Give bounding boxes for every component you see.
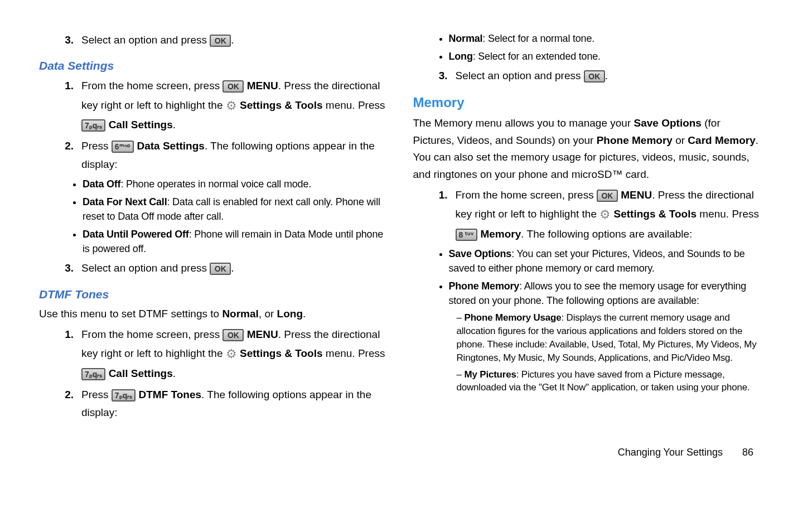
ds-bullet-list: Data Off: Phone operates in normal voice… [70,177,385,256]
b: Phone Memory [449,280,520,292]
key-7-icon: 7ₚqᵣₛ [81,119,105,132]
settings-tools-label: Settings & Tools [614,208,697,220]
text: Select an option and press [81,34,210,46]
dtmf-bullet-list: Normal: Select for a normal tone. Long: … [437,31,760,64]
page-number: 86 [726,447,753,458]
step-number: 3. [49,259,81,277]
text: Press [81,140,112,152]
ok-key-icon: OK [584,70,605,83]
sub-item: –Phone Memory Usage: Displays the curren… [457,311,760,364]
mem-bullet-list: Save Options: You can set your Pictures,… [437,246,760,308]
ok-key-icon: OK [210,35,231,47]
list-item: Data Off: Phone operates in normal voice… [83,177,385,191]
dt-step-2: 2. Press 7ₚqᵣₛ DTMF Tones. The following… [49,386,385,422]
step-3-top: 3. Select an option and press OK. [49,31,385,49]
t: The Memory menu allows you to manage you… [413,117,634,129]
step-number: 2. [49,137,81,173]
b: Phone Memory [597,134,673,146]
gear-icon [226,95,237,116]
text: . [173,119,176,130]
text: menu. Press [697,208,759,220]
b: Card Memory [688,134,755,146]
t: : Select for an extended tone. [473,51,601,62]
mem-step-1: 1. From the home screen, press OK MENU. … [423,186,760,243]
dtmf-intro: Use this menu to set DTMF settings to No… [39,306,385,322]
r-step-3: 3. Select an option and press OK. [423,67,760,85]
text: menu. Press [323,347,385,359]
list-item: Long: Select for an extended tone. [449,49,760,64]
step-number: 1. [49,326,81,383]
b: Save Options [634,117,702,129]
step-body: Press 7ₚqᵣₛ DTMF Tones. The following op… [81,386,385,422]
menu-label: MENU [621,189,652,201]
t: . [303,308,306,320]
footer-title: Changing Your Settings [618,447,723,458]
ok-key-icon: OK [210,263,231,275]
text: menu. Press [323,99,385,110]
t: Use this menu to set DTMF settings to [39,308,222,320]
dash-icon: – [457,368,465,381]
b: My Pictures [465,369,516,380]
b: Normal [449,33,483,44]
t: : Select for a normal tone. [482,33,594,44]
memory-label: Memory [480,228,521,240]
step-number: 2. [49,386,81,422]
manual-page: 3. Select an option and press OK. Data S… [0,0,798,442]
right-column: Normal: Select for a normal tone. Long: … [413,28,760,425]
heading-data-settings: Data Settings [39,59,385,72]
step-body: Press 6ᵐⁿᵒ Data Settings. The following … [81,137,385,173]
text: . [231,34,234,46]
step-number: 1. [423,186,456,243]
text: Press [81,389,112,400]
ds-step-1: 1. From the home screen, press OK MENU. … [49,77,385,134]
text: From the home screen, press [456,189,597,201]
text: . [605,70,608,81]
sub-item: –My Pictures: Pictures you have saved fr… [457,368,760,395]
settings-tools-label: Settings & Tools [240,347,322,359]
ok-key-icon: OK [597,190,618,202]
text: . [231,262,234,274]
settings-tools-label: Settings & Tools [240,99,322,110]
key-6-icon: 6ᵐⁿᵒ [112,141,134,153]
dash-icon: – [457,311,465,325]
key-7-icon: 7ₚqᵣₛ [112,389,136,402]
list-item: Normal: Select for a normal tone. [449,31,760,46]
step-number: 3. [49,31,81,49]
heading-dtmf: DTMF Tones [39,288,385,301]
list-item: Save Options: You can set your Pictures,… [449,246,760,275]
text: . The following options are available: [521,228,692,240]
ok-key-icon: OK [223,329,244,341]
b: Data For Next Call [83,196,167,207]
gear-icon [226,344,237,364]
page-footer: Changing Your Settings 86 [0,442,798,470]
ds-step-3: 3. Select an option and press OK. [49,259,385,277]
key-7-icon: 7ₚqᵣₛ [81,368,105,380]
list-item: Data Until Powered Off: Phone will remai… [83,227,385,256]
step-number: 3. [423,67,456,85]
step-body: Select an option and press OK. [81,259,385,277]
step-body: Select an option and press OK. [456,67,760,85]
data-settings-label: Data Settings [137,140,204,152]
step-body: From the home screen, press OK MENU. Pre… [81,77,385,134]
step-body: Select an option and press OK. [81,31,385,49]
heading-memory: Memory [413,95,760,110]
call-settings-label: Call Settings [109,367,173,379]
t: : Phone operates in normal voice call mo… [120,178,311,190]
step-number: 1. [49,77,81,134]
step-body: From the home screen, press OK MENU. Pre… [81,326,385,383]
ok-key-icon: OK [223,80,244,93]
b: Long [277,308,303,320]
t: , or [259,308,277,320]
dtmf-label: DTMF Tones [138,389,201,400]
ds-step-2: 2. Press 6ᵐⁿᵒ Data Settings. The followi… [49,137,385,173]
b: Phone Memory Usage [465,312,562,323]
menu-label: MENU [247,328,278,340]
memory-intro: The Memory menu allows you to manage you… [413,115,760,183]
b: Data Until Powered Off [83,229,189,240]
text: From the home screen, press [81,328,223,340]
text: Select an option and press [456,70,584,81]
key-8-icon: 8 ᵗᵘᵛ [456,229,478,241]
b: Long [449,51,473,62]
list-item: Phone Memory: Allows you to see the memo… [449,279,760,308]
gear-icon [599,204,611,225]
